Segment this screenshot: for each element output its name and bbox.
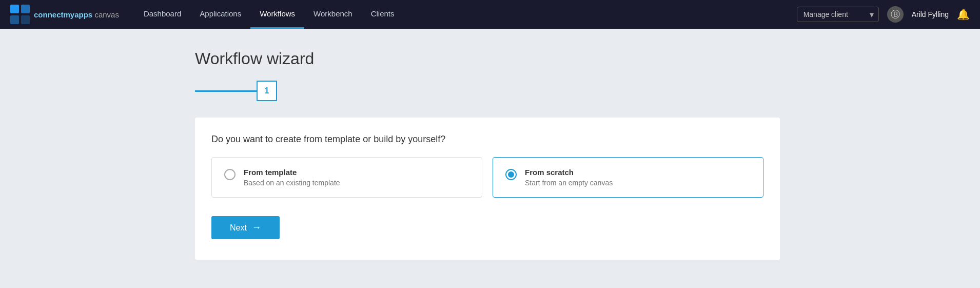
nav-right: Manage client Ⓑ Arild Fylling 🔔: [797, 6, 970, 23]
logo[interactable]: connectmyapps canvas: [10, 5, 119, 24]
nav-workflows[interactable]: Workflows: [250, 0, 304, 29]
option-from-template-title: From template: [244, 168, 340, 177]
main-content: Workflow wizard 1 Do you want to create …: [0, 29, 980, 288]
wizard-question: Do you want to create from template or b…: [211, 134, 763, 145]
svg-rect-1: [21, 5, 30, 13]
page-title: Workflow wizard: [195, 49, 949, 68]
nav-workbench[interactable]: Workbench: [304, 0, 362, 29]
option-from-scratch-desc: Start from an empty canvas: [525, 179, 613, 187]
user-name[interactable]: Arild Fylling: [912, 10, 949, 18]
svg-rect-0: [10, 5, 19, 13]
nav-applications[interactable]: Applications: [190, 0, 250, 29]
wizard-card: Do you want to create from template or b…: [195, 118, 780, 260]
manage-client-wrapper: Manage client: [797, 7, 879, 22]
nav-clients[interactable]: Clients: [362, 0, 404, 29]
wizard-options: From template Based on an existing templ…: [211, 157, 763, 198]
manage-client-select[interactable]: Manage client: [797, 7, 879, 22]
nav-links: Dashboard Applications Workflows Workben…: [134, 0, 797, 29]
avatar[interactable]: Ⓑ: [887, 6, 904, 23]
next-arrow-icon: →: [252, 222, 261, 233]
svg-rect-3: [21, 15, 30, 24]
option-from-scratch-title: From scratch: [525, 168, 613, 177]
wizard-progress-line: [195, 90, 257, 92]
next-button[interactable]: Next →: [211, 216, 280, 239]
option-from-template-desc: Based on an existing template: [244, 179, 340, 187]
radio-from-scratch[interactable]: [505, 169, 517, 180]
radio-from-template[interactable]: [224, 169, 236, 180]
nav-dashboard[interactable]: Dashboard: [134, 0, 190, 29]
next-label: Next: [230, 223, 247, 233]
wizard-step-1: 1: [257, 81, 277, 101]
logo-text: connectmyapps canvas: [34, 10, 119, 19]
navbar: connectmyapps canvas Dashboard Applicati…: [0, 0, 980, 29]
option-from-scratch[interactable]: From scratch Start from an empty canvas: [493, 157, 763, 198]
svg-rect-2: [10, 15, 19, 24]
notification-bell-icon[interactable]: 🔔: [957, 8, 970, 21]
wizard-steps: 1: [195, 81, 949, 101]
logo-icon: [10, 5, 30, 24]
option-from-template[interactable]: From template Based on an existing templ…: [211, 157, 482, 198]
